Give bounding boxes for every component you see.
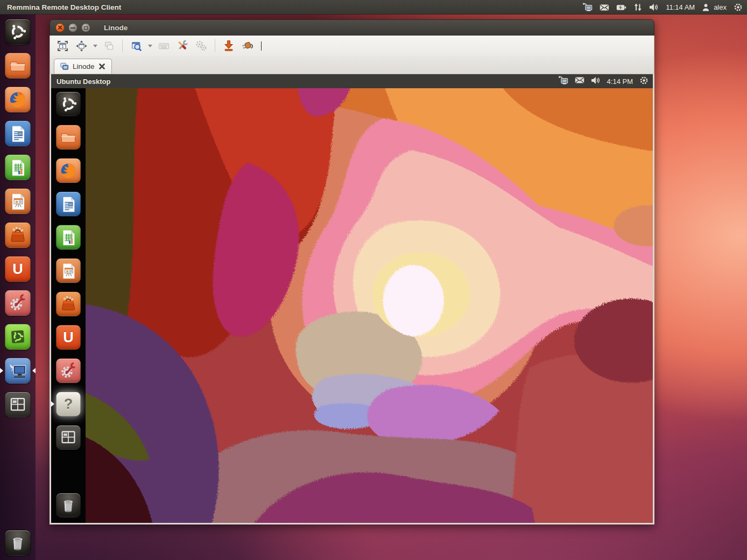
toggle-scaled-mode-button[interactable] xyxy=(128,38,145,53)
launcher-item-ubuntu-one[interactable]: U xyxy=(0,256,36,282)
grab-keyboard-button[interactable] xyxy=(155,38,172,53)
remote-launcher-item-software-center[interactable] xyxy=(51,292,86,316)
maximize-button[interactable] xyxy=(81,23,90,32)
remote-launcher-item-libreoffice-writer[interactable] xyxy=(51,192,86,216)
toggle-fullscreen-button[interactable]: 1 xyxy=(54,38,71,53)
remote-top-panel: Ubuntu Desktop 4:14 PM xyxy=(51,74,653,88)
ubuntu-one-icon: U xyxy=(5,256,31,282)
launcher-item-libreoffice-impress[interactable] xyxy=(0,188,36,214)
ubuntu-one-glyph: U xyxy=(63,329,74,346)
question-glyph: ? xyxy=(64,396,73,413)
launcher-item-libreoffice-calc[interactable] xyxy=(0,154,36,180)
chevron-down-icon xyxy=(148,45,152,47)
launcher-item-home-folder[interactable] xyxy=(0,53,36,79)
fullscreen-badge: 1 xyxy=(61,44,64,49)
remote-launcher-item-ubuntu-one[interactable]: U xyxy=(51,325,86,350)
remote-launcher-item-workspace-switcher[interactable] xyxy=(51,425,86,450)
remote-launcher-item-dash-home[interactable] xyxy=(51,91,86,116)
launcher-item-workspace-switcher[interactable] xyxy=(0,392,36,417)
session-gear-icon[interactable] xyxy=(639,76,649,87)
remote-launcher-item-firefox[interactable] xyxy=(51,158,86,183)
remote-indicator-tray: 4:14 PM xyxy=(558,74,649,88)
software-center-icon xyxy=(5,222,31,248)
launcher-item-firefox[interactable] xyxy=(0,87,36,112)
toolbar-separator xyxy=(122,39,123,52)
remmina-icon xyxy=(5,358,31,384)
launcher-item-libreoffice-writer[interactable] xyxy=(0,120,36,146)
launcher-item-system-settings[interactable] xyxy=(0,290,36,316)
libreoffice-impress-icon xyxy=(5,188,31,214)
tab-linode[interactable]: Linode xyxy=(54,59,112,74)
window-titlebar[interactable]: Linode xyxy=(50,19,654,36)
remote-desktop-viewport[interactable]: Ubuntu Desktop 4:14 PM U xyxy=(50,74,654,524)
remote-desktop-indicator-icon[interactable] xyxy=(582,3,593,12)
remote-launcher-item-libreoffice-impress[interactable] xyxy=(51,258,86,283)
launcher-item-trash[interactable] xyxy=(0,530,36,556)
remote-panel-title: Ubuntu Desktop xyxy=(51,77,110,86)
workspace-switcher-icon xyxy=(56,425,81,450)
host-user-name[interactable]: alex xyxy=(714,3,727,11)
remote-desktop-indicator-icon[interactable] xyxy=(558,76,568,87)
home-folder-icon xyxy=(5,53,31,79)
toolbar-separator xyxy=(215,39,215,52)
launcher-item-ubuntu-software[interactable] xyxy=(0,324,36,350)
fit-window-button[interactable] xyxy=(73,38,90,53)
focused-indicator-arrow xyxy=(51,401,54,407)
ubuntu-one-icon: U xyxy=(56,325,81,350)
workspace-switcher-icon xyxy=(5,392,31,417)
settings-gears-button[interactable] xyxy=(193,38,210,53)
preferences-tools-button[interactable] xyxy=(174,38,191,53)
remote-launcher-item-trash[interactable] xyxy=(51,493,86,518)
text-cursor xyxy=(261,41,262,51)
network-transfer-indicator-icon[interactable] xyxy=(633,3,642,11)
chevron-down-icon xyxy=(93,45,97,47)
minimize-to-tray-button[interactable] xyxy=(220,38,237,53)
launcher-item-dash-home[interactable] xyxy=(0,19,36,45)
remote-launcher: U ? xyxy=(51,88,86,523)
libreoffice-calc-icon xyxy=(5,154,31,180)
running-indicator-arrow xyxy=(0,368,3,373)
window-title: Linode xyxy=(104,24,128,32)
user-indicator-icon[interactable] xyxy=(702,3,710,11)
duplicate-connection-button[interactable] xyxy=(100,38,117,53)
focused-indicator-arrow xyxy=(32,368,36,373)
session-gear-icon[interactable] xyxy=(734,3,743,12)
volume-indicator-icon[interactable] xyxy=(649,3,659,11)
tab-bar: Linode xyxy=(50,56,654,74)
host-clock[interactable]: 11:14 AM xyxy=(666,3,695,11)
ubuntu-software-icon xyxy=(5,324,31,350)
launcher-item-remmina[interactable] xyxy=(0,358,36,384)
libreoffice-writer-icon xyxy=(56,192,81,216)
mail-indicator-icon[interactable] xyxy=(600,4,609,11)
system-settings-icon xyxy=(56,358,81,383)
remote-clock[interactable]: 4:14 PM xyxy=(607,77,633,86)
remmina-window: Linode 1 xyxy=(50,19,654,524)
tab-label: Linode xyxy=(73,62,95,70)
firefox-icon xyxy=(5,87,31,112)
trash-icon xyxy=(5,530,31,556)
window-toolbar: 1 xyxy=(50,36,654,56)
unknown-app-icon: ? xyxy=(56,392,81,416)
ubuntu-one-glyph: U xyxy=(12,261,23,278)
tab-close-icon[interactable] xyxy=(98,63,105,70)
close-button[interactable] xyxy=(55,23,65,32)
scaled-mode-menu-button[interactable] xyxy=(146,38,153,53)
remote-wallpaper xyxy=(86,88,653,523)
disconnect-button[interactable] xyxy=(239,38,256,53)
firefox-icon xyxy=(56,158,81,183)
remote-launcher-item-system-settings[interactable] xyxy=(51,358,86,383)
ubuntu-dash-icon xyxy=(5,19,31,45)
battery-indicator-icon[interactable] xyxy=(616,4,626,11)
host-top-panel: Remmina Remote Desktop Client 11:14 AM a… xyxy=(0,0,747,15)
host-launcher: U xyxy=(0,15,36,560)
minimize-button[interactable] xyxy=(68,23,77,32)
remote-launcher-item-libreoffice-calc[interactable] xyxy=(51,225,86,250)
launcher-item-software-center[interactable] xyxy=(0,222,36,248)
remote-launcher-item-unknown-app[interactable]: ? xyxy=(51,392,86,416)
remote-launcher-item-home-folder[interactable] xyxy=(51,125,86,150)
volume-indicator-icon[interactable] xyxy=(591,76,601,87)
connection-tab-icon xyxy=(60,62,69,70)
mail-indicator-icon[interactable] xyxy=(575,76,584,86)
libreoffice-impress-icon xyxy=(56,258,81,283)
fit-window-menu-button[interactable] xyxy=(91,38,98,53)
